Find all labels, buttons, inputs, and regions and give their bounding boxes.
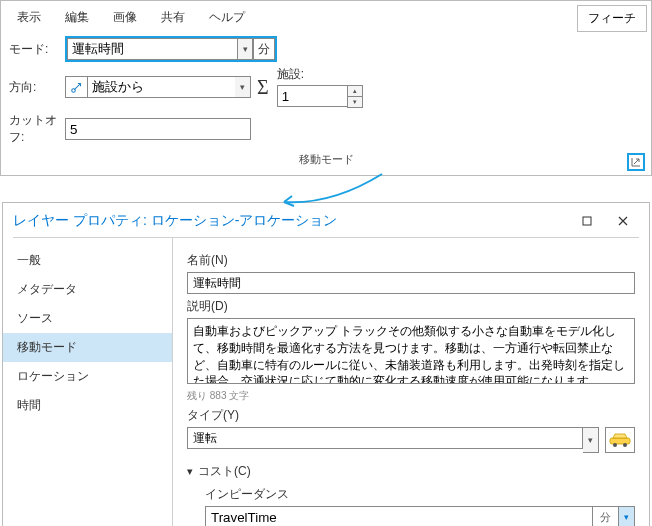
type-label: タイプ(Y): [187, 407, 635, 424]
menu-bar: 表示 編集 画像 共有 ヘルプ: [7, 5, 645, 32]
mode-unit: 分: [253, 38, 275, 60]
description-textarea[interactable]: [187, 318, 635, 384]
menu-image[interactable]: 画像: [113, 9, 137, 26]
svg-rect-2: [610, 438, 630, 444]
spinner-up-icon[interactable]: ▴: [348, 86, 362, 97]
type-input[interactable]: [187, 427, 583, 449]
description-label: 説明(D): [187, 298, 635, 315]
properties-content: 名前(N) 説明(D) 残り 883 文字 タイプ(Y) ▾: [173, 238, 649, 526]
properties-sidebar: 一般 メタデータ ソース 移動モード ロケーション 時間: [3, 238, 173, 526]
sidebar-item-travel-mode[interactable]: 移動モード: [3, 333, 172, 362]
travel-mode-caption: 移動モード: [7, 152, 645, 167]
impedance-label: インピーダンス: [205, 486, 635, 503]
sigma-icon: Σ: [257, 76, 269, 99]
sidebar-item-general[interactable]: 一般: [3, 246, 172, 275]
sidebar-item-source[interactable]: ソース: [3, 304, 172, 333]
menu-view[interactable]: 表示: [17, 9, 41, 26]
direction-from-facility-icon: [65, 76, 87, 98]
facility-label: 施設:: [277, 66, 363, 83]
sidebar-item-location[interactable]: ロケーション: [3, 362, 172, 391]
sidebar-item-time[interactable]: 時間: [3, 391, 172, 420]
menu-share[interactable]: 共有: [161, 9, 185, 26]
cost-section-header[interactable]: ▾ コスト(C): [187, 463, 635, 480]
layer-properties-dialog: レイヤー プロパティ: ロケーション-アロケーション 一般 メタデータ ソース …: [2, 202, 650, 526]
network-analyst-toolbar: 表示 編集 画像 共有 ヘルプ フィーチ モード: ▾ 分 方向: ▾ Σ: [0, 0, 652, 176]
menu-edit[interactable]: 編集: [65, 9, 89, 26]
impedance-unit: 分: [593, 506, 619, 526]
car-icon[interactable]: [605, 427, 635, 453]
impedance-dropdown-button[interactable]: ▾: [619, 506, 635, 526]
feature-button[interactable]: フィーチ: [577, 5, 647, 32]
direction-dropdown-button[interactable]: ▾: [235, 76, 251, 98]
mode-label: モード:: [7, 41, 65, 58]
chevron-down-icon: ▾: [187, 465, 193, 478]
cutoff-input[interactable]: [65, 118, 251, 140]
name-input[interactable]: [187, 272, 635, 294]
dialog-title: レイヤー プロパティ: ロケーション-アロケーション: [13, 212, 569, 230]
sidebar-item-metadata[interactable]: メタデータ: [3, 275, 172, 304]
facility-input[interactable]: [277, 85, 347, 107]
menu-help[interactable]: ヘルプ: [209, 9, 245, 26]
chars-remaining: 残り 883 文字: [187, 389, 635, 403]
mode-field-highlight: ▾ 分: [65, 36, 277, 62]
dialog-launcher-button[interactable]: [627, 153, 645, 171]
spinner-down-icon[interactable]: ▾: [348, 97, 362, 107]
close-button[interactable]: [605, 209, 641, 233]
mode-dropdown-button[interactable]: ▾: [237, 38, 253, 60]
svg-rect-1: [583, 217, 591, 225]
cost-label: コスト(C): [198, 463, 251, 480]
maximize-button[interactable]: [569, 209, 605, 233]
impedance-input[interactable]: [205, 506, 593, 526]
callout-arrow: [0, 176, 652, 202]
cutoff-label: カットオフ:: [7, 112, 65, 146]
direction-label: 方向:: [7, 79, 65, 96]
direction-input[interactable]: [87, 76, 235, 98]
svg-point-4: [623, 443, 627, 447]
name-label: 名前(N): [187, 252, 635, 269]
type-dropdown-button[interactable]: ▾: [583, 427, 599, 453]
svg-point-3: [613, 443, 617, 447]
mode-input[interactable]: [67, 38, 237, 60]
facility-spinner[interactable]: ▴ ▾: [347, 85, 363, 108]
